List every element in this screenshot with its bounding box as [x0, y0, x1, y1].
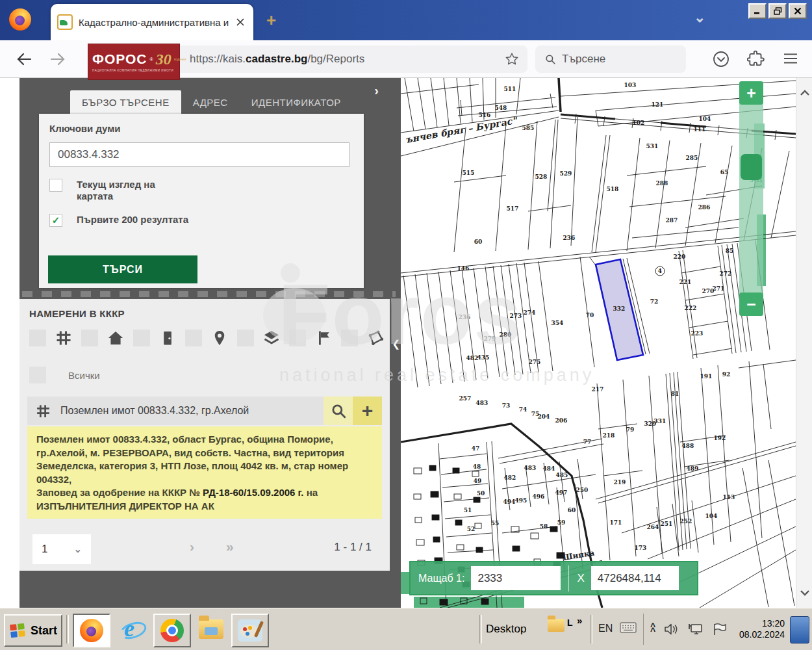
url-bar[interactable]: https://kais.cadastre.bg/bg/Reports — [130, 46, 527, 73]
search-panel: › ❮ БЪРЗО ТЪРСЕНЕ АДРЕС ИДЕНТИФИКАТОР Кл… — [19, 78, 401, 608]
toolbar-overflow-chevron[interactable]: » — [577, 615, 582, 626]
flag-icon[interactable] — [314, 329, 333, 347]
taskbar-clock[interactable]: 13:20 08.02.2024 — [739, 618, 787, 640]
next-page-button[interactable]: › — [190, 540, 194, 553]
parcel-label-77: 77 — [583, 439, 592, 445]
panel-expand-chevron-icon[interactable]: › — [374, 83, 379, 98]
filter-checkbox-layers[interactable] — [237, 330, 254, 346]
filter-checkbox-polygon[interactable] — [341, 330, 358, 346]
page-select[interactable]: 1 ⌄ — [32, 534, 91, 564]
desktop-toolbar-label[interactable]: Desktop — [486, 623, 526, 636]
taskbar-chrome-button[interactable] — [153, 614, 191, 647]
tab-quick-search[interactable]: БЪРЗО ТЪРСЕНЕ — [70, 90, 181, 114]
toolbar-folder-icon[interactable] — [548, 619, 565, 632]
taskbar-firefox-button[interactable] — [73, 614, 110, 647]
network-icon[interactable] — [687, 622, 704, 636]
minimize-button[interactable] — [748, 3, 767, 19]
parcel-label-257: 257 — [459, 395, 472, 402]
magnifier-icon — [330, 402, 347, 419]
firefox-logo-icon[interactable] — [9, 8, 31, 31]
taskbar: Start e Desktop L » EN ^^ — [0, 608, 812, 650]
tab-list-chevron-icon[interactable]: ⌄ — [694, 9, 705, 26]
all-checkbox[interactable] — [29, 367, 46, 384]
restore-button[interactable] — [768, 3, 787, 19]
page-scrollbar[interactable] — [796, 78, 812, 608]
zoom-in-button[interactable]: + — [739, 81, 763, 105]
parcel-label-515: 515 — [463, 170, 475, 176]
show-desktop-button[interactable] — [790, 616, 809, 644]
scale-input[interactable]: 2333 — [471, 566, 561, 590]
taskbar-paint-button[interactable] — [231, 614, 269, 647]
parcel-label-287: 287 — [666, 217, 678, 224]
tab-identifier[interactable]: ИДЕНТИФИКАТОР — [240, 90, 353, 114]
all-label: Всички — [68, 370, 100, 381]
language-indicator[interactable]: EN — [598, 623, 613, 634]
tab-close-icon[interactable] — [234, 16, 247, 29]
parcel-label-531: 531 — [646, 143, 659, 150]
browser-search-box[interactable]: Търсене — [535, 46, 686, 73]
x-coordinate-label: X — [577, 572, 584, 585]
volume-icon[interactable] — [663, 622, 679, 636]
door-icon[interactable] — [159, 329, 177, 347]
first200-checkbox[interactable]: ✓ — [49, 214, 62, 227]
parcel-label-111: 111 — [694, 126, 706, 133]
parcel-label-58: 58 — [540, 523, 548, 530]
result-zoom-to-button[interactable] — [324, 396, 353, 425]
filter-checkbox-pin[interactable] — [185, 330, 202, 346]
parcel-label-528: 528 — [535, 174, 548, 180]
taskbar-ie-button[interactable]: e — [114, 614, 149, 645]
pin-icon[interactable] — [210, 329, 229, 347]
filter-icon-row — [29, 329, 385, 347]
results-header: НАМЕРЕНИ В КККР — [29, 308, 125, 319]
extensions-puzzle-icon[interactable] — [747, 50, 765, 68]
zoom-out-button[interactable]: − — [739, 292, 763, 316]
layers-icon[interactable] — [262, 329, 281, 347]
browser-tab[interactable]: Кадастрално-административна и — [51, 4, 253, 40]
last-page-button[interactable]: » — [226, 540, 233, 553]
tab-address[interactable]: АДРЕС — [181, 90, 240, 114]
filter-checkbox-grid[interactable] — [29, 330, 46, 346]
x-coordinate-input[interactable]: 4726484,114 — [591, 566, 679, 590]
taskbar-explorer-button[interactable] — [194, 614, 229, 645]
polygon-icon[interactable] — [366, 329, 385, 347]
filter-checkbox-flag[interactable] — [289, 330, 306, 346]
zoom-slider-handle[interactable] — [741, 154, 762, 180]
result-add-button[interactable]: + — [353, 396, 382, 425]
scroll-down-icon[interactable] — [796, 583, 812, 603]
current-view-row: ✓ Текущ изглед на картата — [49, 179, 194, 202]
result-item[interactable]: Поземлен имот 00833.4.332, гр.Ахелой + — [27, 396, 382, 425]
parcel-label-264: 264 — [647, 524, 659, 530]
parcel-label-52: 52 — [467, 526, 476, 532]
filter-checkbox-house[interactable] — [81, 330, 98, 346]
house-icon[interactable] — [107, 329, 125, 347]
keywords-input[interactable] — [49, 142, 349, 167]
bookmark-star-icon[interactable] — [504, 51, 520, 67]
current-view-checkbox[interactable]: ✓ — [49, 179, 62, 192]
parcel-label-81: 81 — [671, 391, 679, 397]
road-number: 585 — [522, 125, 535, 131]
grid-icon[interactable] — [55, 329, 73, 347]
keyboard-layout-button[interactable] — [616, 618, 641, 638]
panel-collapse-chevron-icon[interactable]: ❮ — [392, 338, 400, 350]
pocket-icon[interactable] — [712, 50, 730, 68]
scroll-up-icon[interactable] — [796, 83, 812, 103]
parcel-label-60: 60 — [568, 507, 576, 514]
search-button[interactable]: ТЪРСИ — [48, 255, 197, 283]
parcel-label-92: 92 — [722, 371, 731, 378]
parcel-label-49: 49 — [474, 478, 482, 484]
parcel-label-192: 192 — [714, 435, 726, 441]
new-tab-button[interactable]: + — [266, 10, 276, 31]
parcel-label-271: 271 — [713, 285, 725, 292]
back-button[interactable] — [16, 51, 32, 68]
start-button[interactable]: Start — [4, 614, 62, 647]
flag-icon[interactable] — [711, 622, 727, 636]
parcel-label-221: 221 — [679, 279, 692, 285]
forward-button[interactable] — [49, 51, 66, 68]
filter-checkbox-door[interactable] — [133, 330, 150, 346]
tray-expand-icon[interactable]: ^^ — [650, 625, 655, 634]
hamburger-menu-icon[interactable] — [782, 50, 799, 67]
cadastral-map[interactable]: ънчев бряг – Бургас" 585 Шипка З-Ц 51154… — [401, 78, 796, 608]
first200-label: Първите 200 резултата — [77, 214, 194, 227]
close-button[interactable] — [789, 3, 807, 19]
parcel-label-191: 191 — [700, 373, 713, 380]
